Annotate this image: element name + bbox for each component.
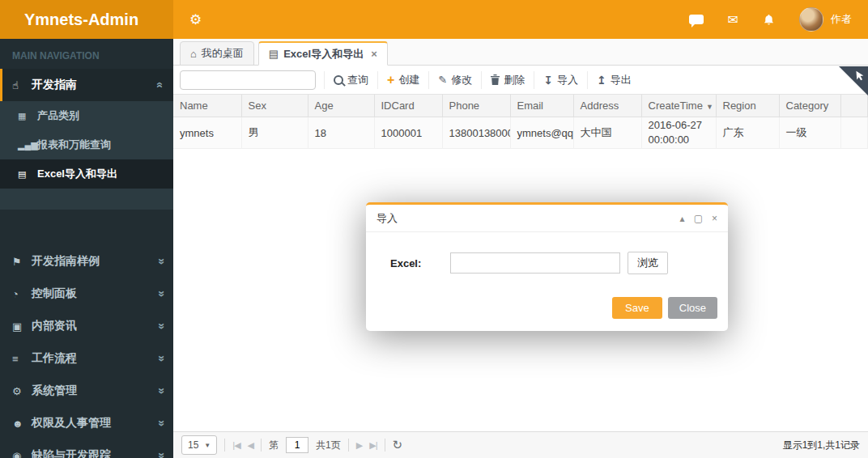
flag-icon: ⚑	[12, 256, 32, 268]
column-header-age[interactable]: Age	[308, 95, 374, 117]
hand-icon: ☝	[12, 79, 32, 91]
table-header-row: Name Sex Age IDCard Phone Email Address …	[173, 95, 868, 117]
delete-button[interactable]: 删除	[481, 71, 534, 89]
excel-file-input[interactable]	[450, 252, 620, 274]
users-icon: ☻	[12, 418, 32, 430]
sidebar-group-defect-tracking[interactable]: ◉ 缺陷与开发跟踪 «	[0, 439, 173, 458]
sidebar-item-excel-import-export[interactable]: ▤ Excel导入和导出	[0, 159, 173, 189]
import-button[interactable]: ↧ 导入	[534, 71, 587, 89]
brand-logo: Ymnets-Admin	[0, 0, 173, 39]
sidebar-group-control-panel[interactable]: ◔ 控制面板 «	[0, 278, 173, 310]
chevron-down-icon: «	[154, 420, 167, 426]
trash-icon	[491, 74, 500, 85]
chevron-down-icon: «	[154, 323, 167, 329]
chevron-down-icon: «	[154, 355, 167, 362]
tab-excel-import-export[interactable]: ▤ Excel导入和导出 ×	[258, 41, 388, 66]
gear-icon: ⚙	[12, 385, 32, 397]
last-page-button[interactable]: ▶|	[369, 440, 377, 451]
corner-expand-control[interactable]	[839, 66, 868, 95]
chevron-down-icon: «	[154, 388, 167, 394]
column-header-region[interactable]: Region	[716, 95, 779, 117]
pagination-bar: 15 ▼ |◀ ◀ 第 共1页 ▶ ▶| ↻ 显示1到1,共1记录	[173, 431, 868, 458]
sidebar-group-internal-news[interactable]: ▣ 内部资讯 «	[0, 310, 173, 342]
close-button[interactable]: Close	[668, 297, 717, 319]
column-header-filler	[840, 95, 868, 117]
maximize-icon[interactable]: ▢	[694, 214, 703, 223]
sidebar-group-samples[interactable]: ⚑ 开发指南样例 «	[0, 245, 173, 278]
list-icon: ≡	[12, 353, 32, 365]
import-icon: ↧	[543, 74, 553, 86]
tabs-bar: ⌂ 我的桌面 ▤ Excel导入和导出 ×	[173, 39, 868, 66]
modify-button[interactable]: ✎ 修改	[428, 71, 481, 89]
records-summary: 显示1到1,共1记录	[783, 439, 860, 452]
query-button[interactable]: 查询	[324, 71, 377, 89]
sidebar-item-product-category[interactable]: ▦ 产品类别	[0, 101, 173, 130]
dashboard-icon: ◔	[12, 288, 32, 300]
total-pages-label: 共1页	[316, 439, 341, 452]
sort-desc-icon: ▼	[706, 103, 713, 111]
dialog-footer: Save Close	[366, 287, 728, 331]
dialog-header[interactable]: 导入 ▴ ▢ ×	[366, 205, 728, 232]
first-page-button[interactable]: |◀	[232, 440, 240, 451]
bell-icon[interactable]	[763, 14, 775, 26]
search-icon	[334, 75, 343, 85]
browse-button[interactable]: 浏览	[628, 252, 668, 274]
column-header-email[interactable]: Email	[510, 95, 573, 117]
tab-my-desktop[interactable]: ⌂ 我的桌面	[180, 41, 254, 66]
top-header: Ymnets-Admin ⚙ ✉ 作者	[0, 0, 868, 39]
chart-icon: ▂▄▆	[18, 140, 37, 151]
sidebar-toggle-cogs-icon[interactable]: ⚙	[189, 11, 202, 28]
sidebar-group-permissions-hr[interactable]: ☻ 权限及人事管理 «	[0, 407, 173, 439]
column-header-phone[interactable]: Phone	[442, 95, 510, 117]
chevron-down-icon: «	[154, 258, 167, 265]
grid-toolbar: 查询 + 创建 ✎ 修改 删除 ↧ 导入	[173, 66, 868, 95]
news-icon: ▣	[12, 320, 32, 333]
home-icon: ⌂	[190, 48, 197, 60]
table-row[interactable]: ymnets 男 18 1000001 13800138000 ymnets@q…	[173, 117, 868, 149]
page-size-select[interactable]: 15 ▼	[181, 435, 217, 455]
file-icon: ▤	[269, 48, 279, 60]
nav-section-label: MAIN NAVIGATION	[0, 39, 173, 69]
column-header-category[interactable]: Category	[779, 95, 840, 117]
envelope-icon[interactable]: ✉	[728, 12, 738, 28]
prev-page-button[interactable]: ◀	[248, 440, 253, 451]
sidebar-group-dev-guide[interactable]: ☝ 开发指南 «	[0, 69, 173, 101]
sitemap-icon: ▦	[18, 111, 37, 121]
close-icon[interactable]: ×	[712, 214, 717, 223]
sidebar: MAIN NAVIGATION ☝ 开发指南 « ▦ 产品类别 ▂▄▆ 报表和万…	[0, 39, 173, 458]
excel-field-label: Excel:	[390, 257, 450, 269]
export-icon: ↥	[597, 74, 606, 86]
page-number-input[interactable]	[286, 437, 308, 453]
group-label: 开发指南	[32, 78, 77, 92]
chevron-down-icon: «	[154, 290, 167, 297]
user-name: 作者	[831, 12, 852, 27]
create-button[interactable]: + 创建	[377, 71, 428, 89]
column-header-address[interactable]: Address	[573, 95, 641, 117]
column-header-idcard[interactable]: IDCard	[374, 95, 442, 117]
sidebar-group-workflow[interactable]: ≡ 工作流程 «	[0, 342, 173, 375]
collapse-icon[interactable]: ▴	[680, 214, 685, 223]
page-prefix-label: 第	[269, 439, 279, 452]
caret-down-icon: ▼	[204, 442, 211, 449]
comment-icon[interactable]	[689, 15, 704, 24]
dialog-body: Excel: 浏览	[366, 232, 728, 287]
avatar	[799, 7, 823, 32]
save-button[interactable]: Save	[612, 297, 662, 319]
data-table: Name Sex Age IDCard Phone Email Address …	[173, 95, 868, 149]
search-input[interactable]	[180, 70, 316, 90]
user-menu[interactable]: 作者	[799, 7, 852, 32]
refresh-button[interactable]: ↻	[393, 438, 403, 452]
dialog-title: 导入	[377, 211, 398, 226]
pencil-icon: ✎	[438, 74, 447, 86]
tab-close-icon[interactable]: ×	[371, 48, 377, 60]
chevron-down-icon: «	[154, 452, 167, 458]
next-page-button[interactable]: ▶	[356, 440, 362, 451]
file-icon: ▤	[18, 169, 37, 180]
plus-icon: +	[387, 74, 394, 86]
sidebar-group-system-mgmt[interactable]: ⚙ 系统管理 «	[0, 375, 173, 407]
sidebar-item-reports-query[interactable]: ▂▄▆ 报表和万能查询	[0, 130, 173, 159]
column-header-sex[interactable]: Sex	[241, 95, 308, 117]
export-button[interactable]: ↥ 导出	[587, 71, 640, 89]
column-header-name[interactable]: Name	[173, 95, 241, 117]
column-header-createtime[interactable]: CreateTime▼	[641, 95, 716, 117]
